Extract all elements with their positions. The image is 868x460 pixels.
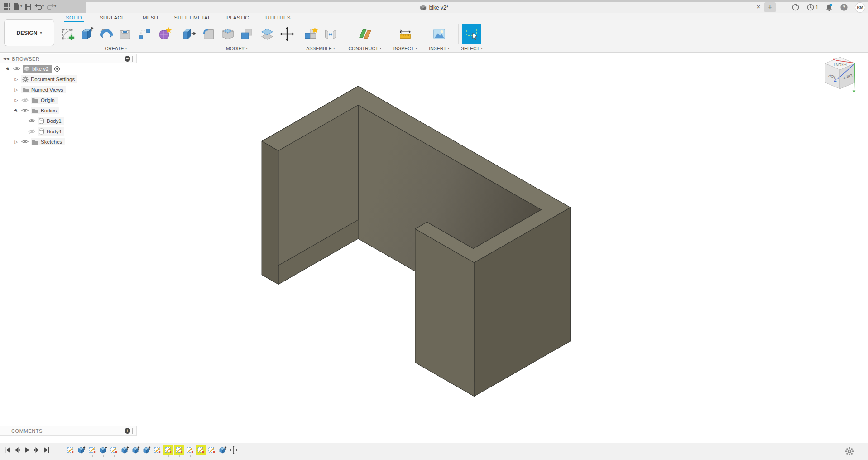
browser-item-label: Named Views	[31, 87, 63, 92]
collapse-panel-icon[interactable]: ◀◀	[3, 57, 10, 61]
visibility-eye-icon[interactable]	[21, 108, 29, 113]
collapse-all-icon[interactable]: −	[125, 56, 130, 62]
panel-drag-handle[interactable]	[132, 428, 134, 434]
play-button[interactable]	[23, 446, 31, 454]
timeline-feature-move-16[interactable]	[229, 445, 238, 455]
extrude-feature-icon	[131, 446, 140, 454]
extrude-feature-icon	[77, 446, 86, 454]
timeline-feature-sketch-12[interactable]	[185, 445, 195, 455]
timeline-feature-extrude-15[interactable]	[218, 445, 227, 455]
sketch-feature-icon	[110, 446, 118, 454]
sketch-feature-icon	[197, 446, 205, 454]
fusion-app-window: ▾ ▾ ▾ bike v2* × + 1	[0, 0, 868, 460]
expander-open-icon[interactable]: ▶	[5, 65, 12, 73]
panel-drag-handle[interactable]	[132, 56, 134, 62]
extrude-feature-icon	[142, 446, 151, 454]
expander-closed-icon[interactable]: ▷	[14, 87, 19, 92]
sketch-feature-icon	[164, 446, 173, 454]
browser-item-named-views[interactable]: ▷ Named Views	[0, 84, 137, 95]
expander-closed-icon[interactable]: ▷	[14, 140, 19, 144]
browser-item-bodies[interactable]: ▶ Bodies	[0, 105, 137, 116]
extrude-feature-icon	[99, 446, 107, 454]
comments-panel: COMMENTS +	[0, 426, 137, 436]
navigation-bar: ▾ ▾ ▾ ▾ ▾	[0, 0, 434, 10]
timeline-playback-controls	[3, 446, 51, 454]
body-icon	[38, 128, 44, 135]
browser-header-label: BROWSER	[12, 56, 40, 62]
browser-tree: ▶ bike v2 ▷ Document Settings ▷	[0, 63, 137, 147]
timeline-feature-sketch-5[interactable]	[109, 445, 119, 455]
folder-icon	[32, 108, 38, 113]
activate-component-radio[interactable]	[54, 66, 60, 72]
folder-icon	[32, 97, 38, 103]
timeline-feature-sketch-11[interactable]	[174, 445, 184, 455]
folder-icon	[22, 87, 29, 92]
comments-header[interactable]: COMMENTS +	[0, 426, 137, 436]
viewcube-front-label[interactable]: FRONT	[833, 63, 846, 67]
browser-item-label: Document Settings	[31, 77, 75, 82]
sketch-feature-icon	[153, 446, 162, 454]
browser-item-label: Origin	[41, 97, 55, 103]
timeline-features	[66, 445, 238, 455]
browser-header[interactable]: ◀◀ BROWSER −	[0, 54, 137, 63]
axis-x-label: X	[833, 57, 835, 61]
extrude-feature-icon	[218, 446, 227, 454]
sketch-feature-icon	[186, 446, 194, 454]
timeline-feature-sketch-14[interactable]	[207, 445, 216, 455]
add-comment-icon[interactable]: +	[125, 428, 130, 434]
browser-item-body4[interactable]: Body4	[0, 126, 137, 136]
browser-item-sketches[interactable]: ▷ Sketches	[0, 136, 137, 147]
sketch-feature-icon	[208, 446, 216, 454]
go-to-end-button[interactable]	[43, 446, 51, 454]
browser-item-body1[interactable]: Body1	[0, 116, 137, 126]
timeline-bar	[0, 443, 868, 460]
browser-item-label: bike v2	[32, 66, 48, 72]
timeline-feature-sketch-9[interactable]	[153, 445, 162, 455]
timeline-feature-extrude-4[interactable]	[98, 445, 108, 455]
timeline-feature-sketch-13[interactable]	[196, 445, 206, 455]
expander-open-icon[interactable]: ▶	[13, 107, 20, 114]
go-to-start-button[interactable]	[3, 446, 11, 454]
view-cube[interactable]: FRONT TOP LEFT X Z	[819, 53, 865, 99]
visibility-eye-off-icon[interactable]	[28, 129, 35, 134]
expander-closed-icon[interactable]: ▷	[14, 77, 19, 82]
sketch-feature-icon	[88, 446, 96, 454]
comments-header-label: COMMENTS	[11, 428, 43, 434]
browser-item-label: Body4	[47, 129, 62, 134]
step-forward-button[interactable]	[33, 446, 41, 454]
left-end-face[interactable]	[262, 141, 278, 285]
visibility-eye-off-icon[interactable]	[21, 97, 29, 103]
sketch-feature-icon	[175, 446, 183, 454]
timeline-feature-extrude-7[interactable]	[131, 445, 140, 455]
visibility-eye-icon[interactable]	[21, 139, 29, 144]
timeline-feature-extrude-6[interactable]	[120, 445, 129, 455]
timeline-feature-sketch-1[interactable]	[66, 445, 75, 455]
step-back-button[interactable]	[13, 446, 21, 454]
browser-item-label: Bodies	[41, 108, 57, 113]
body-icon	[38, 118, 44, 124]
visibility-eye-icon[interactable]	[13, 66, 20, 71]
visibility-eye-icon[interactable]	[28, 118, 35, 123]
u-channel-model[interactable]	[262, 86, 570, 396]
extrude-feature-icon	[120, 446, 129, 454]
gear-icon	[22, 76, 29, 82]
browser-item-document-settings[interactable]: ▷ Document Settings	[0, 74, 137, 84]
browser-item-label: Sketches	[41, 139, 62, 145]
root-component-chip[interactable]: bike v2	[23, 65, 52, 73]
timeline-feature-sketch-10[interactable]	[163, 445, 173, 455]
timeline-feature-extrude-2[interactable]	[77, 445, 86, 455]
sketch-feature-icon	[67, 446, 75, 454]
browser-item-root[interactable]: ▶ bike v2	[0, 63, 137, 74]
browser-item-origin[interactable]: ▷ Origin	[0, 95, 137, 105]
timeline-feature-extrude-8[interactable]	[142, 445, 151, 455]
browser-item-label: Body1	[47, 118, 62, 124]
expander-closed-icon[interactable]: ▷	[14, 98, 19, 102]
component-icon	[24, 66, 30, 72]
axis-z-label: Z	[834, 78, 837, 82]
folder-icon	[32, 139, 38, 145]
settings-gear-icon[interactable]	[845, 447, 854, 456]
move-feature-icon	[230, 446, 238, 454]
browser-panel: ◀◀ BROWSER − ▶ bike v2 ▷ Document Sett	[0, 54, 137, 147]
timeline-feature-sketch-3[interactable]	[87, 445, 97, 455]
